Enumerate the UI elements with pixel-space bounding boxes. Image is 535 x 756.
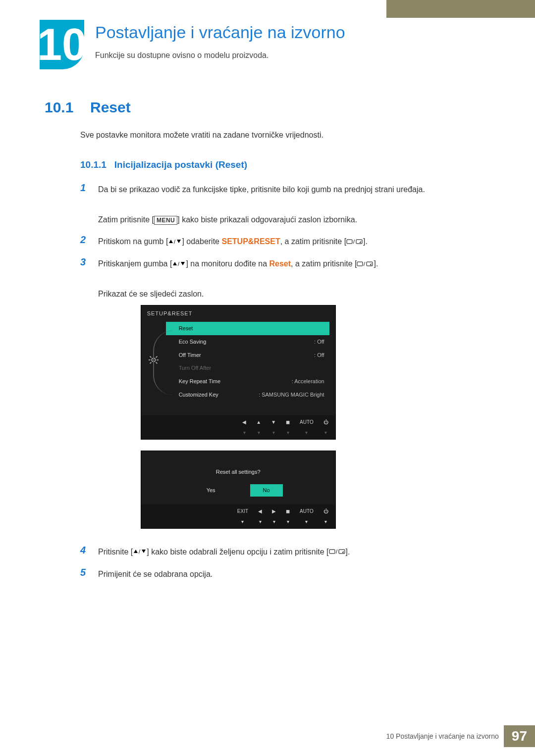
osd-screenshot-confirm: Reset all settings? Yes No EXIT▾◀▾▶▾◼▾AU…: [141, 451, 336, 529]
step-number: 1: [80, 182, 89, 227]
osd-menu-row: Turn Off After: [166, 361, 329, 375]
svg-marker-0: [169, 240, 173, 243]
osd-row-value: : SAMSUNG MAGIC Bright: [259, 390, 324, 400]
step-text: Zatim pritisnite [: [98, 215, 154, 224]
step-text: ].: [363, 237, 368, 246]
step-text: ] kako biste prikazali odgovarajući zasl…: [177, 215, 357, 224]
subsection-title: Inicijalizacija postavki (Reset): [114, 159, 247, 170]
step-text: Pritisnite [: [98, 548, 133, 556]
up-down-icon: /: [168, 235, 182, 250]
svg-rect-3: [347, 240, 352, 244]
subsection-heading: 10.1.1 Inicijalizacija postavki (Reset): [80, 159, 495, 170]
svg-text:/: /: [364, 261, 366, 267]
svg-marker-23: [142, 550, 146, 553]
osd-nav-icon: ◀▾: [242, 417, 246, 437]
osd-nav-icon: ◼▾: [286, 417, 290, 437]
step-1: 1 Da bi se prikazao vodič za funkcijske …: [80, 182, 495, 227]
osd-row-label: Turn Off After: [179, 363, 211, 373]
osd-row-label: Reset: [179, 323, 193, 334]
osd-nav-icon: ◀▾: [258, 506, 262, 526]
chapter-number-badge: 10: [40, 20, 84, 69]
step-text: ] odaberite: [182, 237, 221, 246]
select-enter-icon: /: [357, 257, 374, 272]
chapter-header: 10 Postavljanje i vraćanje na izvorno Fu…: [40, 20, 505, 69]
osd-nav-icon: ◼▾: [286, 506, 290, 526]
select-enter-icon: /: [329, 545, 346, 559]
osd-nav-bar: EXIT▾◀▾▶▾◼▾AUTO▾⏻▾: [141, 504, 335, 528]
osd-nav-bar: ◀▾▲▾▼▾◼▾AUTO▾⏻▾: [141, 415, 335, 439]
footer-chapter-label: 10 Postavljanje i vraćanje na izvorno: [386, 732, 499, 740]
highlight-reset: Reset: [269, 259, 291, 268]
osd-row-value: : Acceleration: [292, 376, 324, 387]
osd-nav-icon: EXIT▾: [237, 506, 248, 526]
section-heading: 10.1 Reset: [45, 99, 495, 116]
step-text: ].: [374, 259, 378, 268]
select-enter-icon: /: [346, 235, 363, 250]
osd-option-yes: Yes: [194, 484, 228, 497]
svg-rect-9: [357, 262, 363, 266]
osd-nav-icon: AUTO▾: [300, 417, 314, 437]
svg-rect-11: [367, 262, 373, 266]
svg-text:/: /: [178, 261, 180, 267]
svg-line-17: [150, 356, 151, 358]
osd-row-label: Customized Key: [179, 390, 218, 400]
step-text: ].: [346, 548, 350, 556]
osd-nav-icon: ⏻▾: [323, 417, 328, 437]
osd-row-label: Key Repeat Time: [179, 376, 220, 387]
step-text: Prikazat će se sljedeći zaslon.: [98, 290, 204, 298]
svg-marker-2: [177, 240, 181, 243]
header-stripe: [386, 0, 535, 18]
page-footer: 10 Postavljanje i vraćanje na izvorno 97: [386, 725, 535, 747]
osd-row-value: : Off: [314, 350, 324, 360]
osd-menu-row: Customized Key: SAMSUNG MAGIC Bright: [166, 388, 329, 402]
svg-text:/: /: [353, 239, 355, 245]
osd-nav-icon: ⏻▾: [323, 506, 328, 526]
osd-curve-decoration: [153, 331, 174, 395]
step-text: Da bi se prikazao vodič za funkcijske ti…: [98, 185, 425, 194]
osd-row-label: Off Timer: [179, 350, 201, 360]
osd-nav-icon: ▶▾: [272, 506, 276, 526]
step-5: 5 Primijenit će se odabrana opcija.: [80, 567, 495, 582]
osd-nav-icon: AUTO▾: [300, 506, 314, 526]
step-number: 3: [80, 256, 89, 538]
up-down-icon: /: [172, 257, 186, 272]
step-text: ] kako biste odabrali željenu opciju i z…: [147, 548, 328, 556]
osd-nav-icon: ▲▾: [256, 417, 261, 437]
svg-text:/: /: [336, 549, 338, 554]
step-text: Pritiskanjem gumba [: [98, 259, 172, 268]
osd-menu-row: Off Timer: Off: [166, 349, 329, 362]
highlight-setup-reset: SETUP&RESET: [221, 237, 280, 246]
step-text: ] na monitoru dođite na: [186, 259, 269, 268]
svg-marker-21: [134, 550, 138, 553]
osd-title: SETUP&RESET: [141, 305, 335, 322]
svg-line-19: [150, 362, 151, 364]
svg-marker-8: [181, 262, 185, 265]
svg-text:/: /: [174, 239, 176, 245]
step-number: 5: [80, 567, 89, 582]
up-down-icon: /: [133, 545, 147, 559]
section-number: 10.1: [45, 99, 79, 116]
osd-nav-icon: ▼▾: [271, 417, 276, 437]
step-3: 3 Pritiskanjem gumba [/] na monitoru dođ…: [80, 256, 495, 538]
svg-rect-24: [329, 550, 335, 554]
subsection-number: 10.1.1: [80, 159, 107, 170]
osd-menu-row: Key Repeat Time: Acceleration: [166, 375, 329, 388]
osd-screenshot-setup-reset: SETUP&RESET ResetEco Saving: OffOff Time…: [141, 305, 336, 440]
section-title: Reset: [90, 99, 131, 116]
osd-row-value: : Off: [314, 337, 324, 347]
osd-menu-row: Reset: [166, 322, 329, 335]
chapter-title: Postavljanje i vraćanje na izvorno: [95, 23, 345, 42]
step-number: 4: [80, 545, 89, 560]
step-4: 4 Pritisnite [/] kako biste odabrali žel…: [80, 545, 495, 560]
menu-button-label: MENU: [154, 216, 177, 225]
step-text: , a zatim pritisnite [: [291, 259, 357, 268]
svg-marker-6: [173, 262, 177, 265]
section-description: Sve postavke monitora možete vratiti na …: [80, 131, 495, 140]
step-number: 2: [80, 234, 89, 250]
page-number: 97: [504, 725, 535, 747]
svg-rect-5: [356, 240, 362, 244]
osd-option-no: No: [250, 484, 283, 497]
chapter-subtitle: Funkcije su dostupne ovisno o modelu pro…: [95, 51, 345, 60]
svg-rect-26: [339, 550, 345, 554]
step-text: Pritiskom na gumb [: [98, 237, 168, 246]
